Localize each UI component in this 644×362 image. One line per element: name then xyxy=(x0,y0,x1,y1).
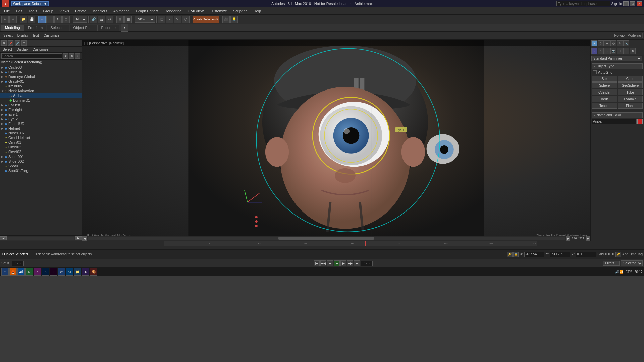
angle-snap-button[interactable]: ∠ xyxy=(166,16,173,23)
name-color-header[interactable]: – Name and Color xyxy=(592,112,643,118)
menu-animation[interactable]: Animation xyxy=(111,8,132,14)
tray-icon1[interactable]: 🔊 xyxy=(615,270,619,274)
scene-pin-button[interactable]: 📌 xyxy=(8,40,13,46)
helpers-icon[interactable]: ✚ xyxy=(617,48,623,54)
plane-button[interactable]: Plane xyxy=(618,103,643,109)
primitives-dropdown[interactable]: Standard Primitives xyxy=(591,56,642,61)
menu-views[interactable]: Views xyxy=(57,8,72,14)
play-button[interactable]: ▶ xyxy=(334,260,340,266)
taskbar-zbrush[interactable]: Z xyxy=(34,268,41,276)
scene-options-button[interactable]: ⚙ xyxy=(69,53,74,59)
taskbar-maya[interactable]: M xyxy=(25,268,33,276)
cone-button[interactable]: Cone xyxy=(618,76,643,82)
menu-create[interactable]: Create xyxy=(72,8,89,14)
sphere-button[interactable]: Sphere xyxy=(592,82,617,88)
systems-icon[interactable]: ⚙ xyxy=(630,48,636,54)
tree-item[interactable]: ✦ Spot01 xyxy=(0,164,82,168)
menu-civil-view[interactable]: Civil View xyxy=(185,8,206,14)
vscroll-end[interactable]: ▶ xyxy=(586,236,590,241)
go-start-button[interactable]: |◀ xyxy=(314,260,320,266)
utilities-tab-icon[interactable]: 🔧 xyxy=(623,40,629,46)
prev-frame-button[interactable]: ◀◀ xyxy=(320,260,326,266)
tree-item[interactable]: ✦ Omni02 xyxy=(0,145,82,149)
go-end-button[interactable]: ▶| xyxy=(354,260,360,266)
render-button[interactable]: Create Selection▼ xyxy=(193,16,219,23)
tree-item[interactable]: ▶ ◆ Slider001 xyxy=(0,154,82,159)
sub-display[interactable]: Display xyxy=(15,33,31,38)
hierarchy-tab-icon[interactable]: ⊕ xyxy=(604,40,610,46)
scene-create-button[interactable]: + xyxy=(75,53,80,59)
key-toggle[interactable]: 🔑 xyxy=(615,252,621,257)
tree-item[interactable]: ▶ ◆ Eye 1 xyxy=(0,112,82,117)
cameras-icon[interactable]: 📷 xyxy=(610,48,616,54)
tube-button[interactable]: Tube xyxy=(618,89,643,95)
taskbar-firefox[interactable]: 🦊 xyxy=(9,268,17,276)
sub-customize[interactable]: Customize xyxy=(42,33,61,38)
tree-item[interactable]: ▶ ◇ Dum eye Global xyxy=(0,74,82,79)
torus-button[interactable]: Torus xyxy=(592,96,617,102)
scene-close-button[interactable]: ✕ xyxy=(1,40,7,46)
bind-button[interactable]: ⚯ xyxy=(106,16,113,23)
prev-key-button[interactable]: ◀ xyxy=(327,260,333,266)
vscroll-left[interactable]: ◀ xyxy=(82,236,87,241)
scene-horizontal-scrollbar[interactable]: ◀ ▶ xyxy=(0,235,82,241)
menu-help[interactable]: Help xyxy=(251,8,264,14)
create-tab-icon[interactable]: ✦ xyxy=(591,40,597,46)
tree-item[interactable]: ✚ Dummy01 xyxy=(0,98,82,103)
geosphere-button[interactable]: GeoSphere xyxy=(618,82,643,88)
tree-item[interactable]: ✦ Omni01 xyxy=(0,140,82,145)
tree-item[interactable]: ▶ ◆ Gravity01 xyxy=(0,79,82,84)
search-input[interactable] xyxy=(556,1,610,6)
tree-item[interactable]: ▼ ◇ Neck Animation xyxy=(0,88,82,93)
scroll-left-button[interactable]: ◀ xyxy=(0,236,7,240)
scene-link-button[interactable]: 🔗 xyxy=(15,40,20,46)
menu-scripting[interactable]: Scripting xyxy=(230,8,250,14)
save-button[interactable]: 💾 xyxy=(28,16,35,23)
box-button[interactable]: Box xyxy=(592,76,617,82)
display-tab-icon[interactable]: 👁 xyxy=(617,40,623,46)
tree-item[interactable]: ▶ ◆ Circle04 xyxy=(0,70,82,74)
maximize-button[interactable]: □ xyxy=(630,1,635,6)
close-button[interactable]: ✕ xyxy=(637,1,642,6)
menu-group[interactable]: Group xyxy=(40,8,56,14)
tree-item[interactable]: ▶ ◆ Slider002 xyxy=(0,159,82,164)
next-key-button[interactable]: ▶ xyxy=(340,260,346,266)
tree-item[interactable]: ◆ NoseCTRL xyxy=(0,131,82,135)
name-input[interactable] xyxy=(592,119,637,124)
tree-item[interactable]: ▶ ◆ Ear left xyxy=(0,103,82,107)
taskbar-word[interactable]: W xyxy=(58,268,65,276)
taskbar-skype[interactable]: Sk xyxy=(66,268,73,276)
snap-button[interactable]: ◫ xyxy=(158,16,165,23)
scene-filter-button[interactable]: ▼ xyxy=(21,40,27,46)
move-button[interactable]: ✛ xyxy=(46,16,54,23)
shape-icon[interactable]: △ xyxy=(598,48,604,54)
scroll-right-button[interactable]: ▶ xyxy=(75,236,82,240)
light-button[interactable]: 💡 xyxy=(230,16,238,23)
teapot-button[interactable]: Teapot xyxy=(592,103,617,109)
tree-item[interactable]: ✦ Omni Helmet xyxy=(0,135,82,140)
modify-tab-icon[interactable]: ⬡ xyxy=(598,40,604,46)
open-button[interactable]: 📁 xyxy=(20,16,27,23)
z-coord-field[interactable] xyxy=(576,252,596,257)
taskbar-start[interactable]: ⊞ xyxy=(1,268,9,276)
rotate-button[interactable]: ↻ xyxy=(54,16,62,23)
undo-button[interactable]: ↩ xyxy=(1,16,9,23)
percent-snap-button[interactable]: % xyxy=(174,16,181,23)
tab-object-paint[interactable]: Object Paint xyxy=(70,25,97,31)
tab-freeform[interactable]: Freeform xyxy=(24,25,47,31)
spinner-snap-button[interactable]: ⬡ xyxy=(182,16,190,23)
scale-button[interactable]: ⊡ xyxy=(62,16,70,23)
tray-icon2[interactable]: 📶 xyxy=(620,270,623,274)
link-button[interactable]: 🔗 xyxy=(90,16,97,23)
x-coord-field[interactable] xyxy=(524,252,544,257)
geometry-icon[interactable]: ○ xyxy=(591,48,597,54)
viewport[interactable]: [+] [Perspective] [Realistic] xyxy=(82,40,590,241)
menu-customize[interactable]: Customize xyxy=(207,8,230,14)
tree-item[interactable]: ▶ ◆ Circle03 xyxy=(0,65,82,70)
color-swatch[interactable] xyxy=(637,119,643,124)
next-frame-button[interactable]: ▶▶ xyxy=(347,260,353,266)
taskbar-media[interactable]: ▶ xyxy=(82,268,89,276)
timeline-bg[interactable]: 0 40 80 120 160 200 240 280 320 xyxy=(164,241,537,249)
sign-in-label[interactable]: Sign In xyxy=(611,2,622,6)
scrollbar-track[interactable] xyxy=(7,237,74,240)
